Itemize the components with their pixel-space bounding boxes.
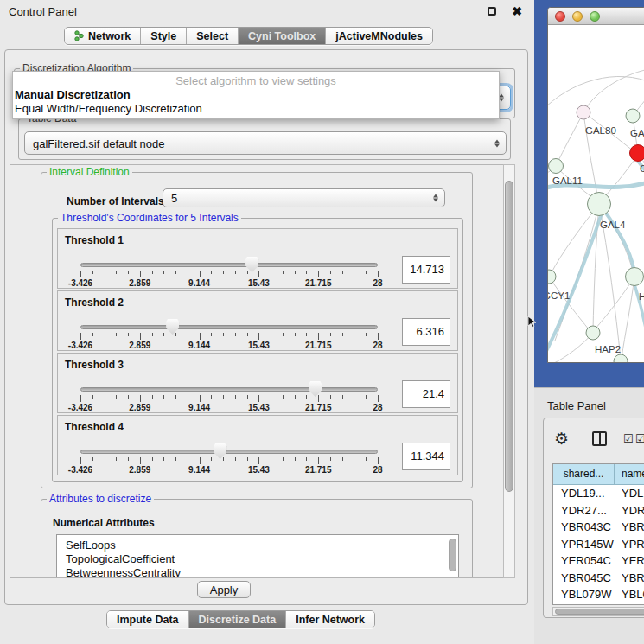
- tab-label: Select: [196, 30, 228, 42]
- slider-tick: [342, 395, 343, 399]
- table-row[interactable]: YBL079WYBL079W: [553, 586, 644, 603]
- algorithm-dropdown: Select algorithm to view settings Manual…: [12, 71, 500, 119]
- numerical-attributes-list[interactable]: SelfLoopsTopologicalCoefficientBetweenne…: [56, 534, 459, 578]
- slider-tick: [116, 395, 117, 399]
- threshold-slider[interactable]: -3.4262.8599.14415.4321.71528: [80, 229, 378, 290]
- minimize-traffic-light-icon[interactable]: [572, 11, 583, 22]
- node-bottom-cut[interactable]: [614, 354, 628, 363]
- mode-tab-discretize-data[interactable]: Discretize Data: [189, 611, 287, 628]
- table-row[interactable]: YBR043CYBR043C: [553, 519, 644, 536]
- node-gcy1[interactable]: [548, 270, 556, 284]
- network-edge[interactable]: [583, 68, 644, 112]
- slider-tick: [175, 271, 176, 274]
- network-edge[interactable]: [552, 333, 593, 363]
- threshold-value-field[interactable]: 6.316: [402, 318, 450, 346]
- slider-tick: [295, 395, 296, 399]
- table-hscrollbar[interactable]: [552, 607, 644, 616]
- node-gal11[interactable]: [549, 159, 564, 174]
- table-row[interactable]: YPR145WYPR145W: [553, 536, 644, 553]
- table-row[interactable]: YBR045CYBR045C: [553, 570, 644, 587]
- slider-tick: [295, 333, 296, 336]
- node-table[interactable]: shared...name YDL19...YDL19YDR27...YDR27…: [552, 463, 644, 605]
- slider-tick: [330, 457, 331, 461]
- network-edge[interactable]: [596, 277, 634, 328]
- apply-button[interactable]: Apply: [197, 581, 251, 598]
- threshold-value-field[interactable]: 11.344: [402, 443, 450, 470]
- tab-style[interactable]: Style: [141, 28, 187, 44]
- tab-cyni-toolbox[interactable]: Cyni Toolbox: [239, 28, 326, 44]
- mode-tab-infer-network[interactable]: Infer Network: [286, 611, 374, 628]
- slider-tick: [188, 395, 188, 399]
- slider-thumb[interactable]: [214, 443, 226, 459]
- network-window: GAL80GACGAL11GAL4GCY1HHAP2: [547, 7, 644, 363]
- network-window-titlebar[interactable]: [548, 8, 644, 25]
- attribute-item-selfloops[interactable]: SelfLoops: [57, 535, 458, 552]
- network-edge[interactable]: [602, 155, 638, 200]
- table-header[interactable]: shared...name: [553, 464, 644, 485]
- slider-track[interactable]: [80, 263, 378, 267]
- tab-label: Style: [150, 30, 176, 42]
- desktop-background: GAL80GACGAL11GAL4GCY1HHAP2 Table Panel ⚙…: [534, 0, 644, 644]
- column-header-shared[interactable]: shared...: [553, 464, 615, 484]
- attribute-item-betweennesscentrality[interactable]: BetweennessCentrality: [57, 566, 458, 578]
- slider-thumb[interactable]: [309, 381, 322, 397]
- slider-track[interactable]: [80, 325, 378, 329]
- gear-icon[interactable]: ⚙: [554, 429, 569, 449]
- node-hap2[interactable]: [586, 326, 600, 340]
- network-edge[interactable]: [622, 277, 634, 358]
- table-row[interactable]: YER054CYER054C: [553, 552, 644, 570]
- column-header-name[interactable]: name: [615, 464, 644, 484]
- checkbox-icon[interactable]: ☑: [623, 432, 634, 445]
- settings-scrollbar-thumb[interactable]: [505, 181, 513, 492]
- node-top-right[interactable]: [626, 109, 640, 123]
- mode-tab-impute-data[interactable]: Impute Data: [107, 611, 189, 628]
- table-hscrollbar-thumb[interactable]: [555, 609, 644, 615]
- tab-select[interactable]: Select: [187, 28, 239, 44]
- close-icon[interactable]: ✖: [512, 4, 522, 18]
- network-edge[interactable]: [557, 112, 583, 164]
- tab-network[interactable]: Network: [65, 28, 141, 44]
- slider-tick: [330, 271, 331, 274]
- attributes-group: Attributes to discretize Numerical Attri…: [41, 499, 473, 578]
- network-canvas[interactable]: GAL80GACGAL11GAL4GCY1HHAP2: [548, 25, 644, 363]
- slider-tick: [128, 395, 129, 399]
- dropdown-placeholder: Select algorithm to view settings: [13, 74, 499, 87]
- table-row[interactable]: YDL19...YDL19: [553, 485, 644, 502]
- float-window-icon[interactable]: [488, 7, 496, 16]
- table-row[interactable]: YDR27...YDR27: [553, 502, 644, 520]
- table-row[interactable]: YLR345WYLR345W: [553, 603, 644, 606]
- node-gal80[interactable]: [577, 105, 590, 119]
- combo-arrows-icon: [494, 139, 500, 147]
- settings-scrollbar[interactable]: [503, 164, 515, 578]
- network-edge[interactable]: [548, 76, 644, 112]
- tab-jactivemnodules[interactable]: jActiveMNodules: [326, 28, 432, 44]
- thresholds-group: Threshold's Coordinates for 5 Intervals …: [52, 218, 463, 482]
- node-red[interactable]: [630, 145, 644, 162]
- close-traffic-light-icon[interactable]: [555, 11, 565, 22]
- number-of-intervals-combo[interactable]: 5: [163, 188, 445, 207]
- zoom-traffic-light-icon[interactable]: [590, 11, 600, 22]
- threshold-slider[interactable]: -3.4262.8599.14415.4321.71528: [80, 416, 378, 476]
- node-h[interactable]: [626, 268, 644, 286]
- threshold-value-field[interactable]: 21.4: [402, 380, 450, 408]
- threshold-slider[interactable]: -3.4262.8599.14415.4321.71528: [80, 291, 378, 352]
- slider-thumb[interactable]: [166, 319, 179, 335]
- slider-track[interactable]: [80, 450, 378, 454]
- slider-tick: [105, 457, 105, 461]
- node-gal4[interactable]: [588, 193, 611, 216]
- tab-label: jActiveMNodules: [335, 30, 423, 42]
- threshold-value-field[interactable]: 14.713: [402, 256, 450, 284]
- split-columns-icon[interactable]: [592, 431, 607, 446]
- threshold-slider[interactable]: -3.4262.8599.14415.4321.71528: [80, 354, 378, 414]
- slider-track[interactable]: [80, 387, 378, 392]
- slider-tick-label: 2.859: [129, 278, 150, 288]
- list-scrollbar-thumb[interactable]: [449, 539, 456, 571]
- attribute-item-topologicalcoefficient[interactable]: TopologicalCoefficient: [57, 552, 458, 566]
- dropdown-item-manual-discretization[interactable]: Manual Discretization: [13, 87, 499, 101]
- checkbox-icon[interactable]: ☑: [635, 432, 644, 445]
- dropdown-item-equal-width-frequency[interactable]: Equal Width/Frequency Discretization: [13, 101, 499, 115]
- slider-tick: [128, 333, 129, 336]
- slider-tick: [366, 457, 367, 461]
- table-data-combo[interactable]: galFiltered.sif default node: [24, 131, 507, 155]
- slider-tick: [271, 457, 271, 461]
